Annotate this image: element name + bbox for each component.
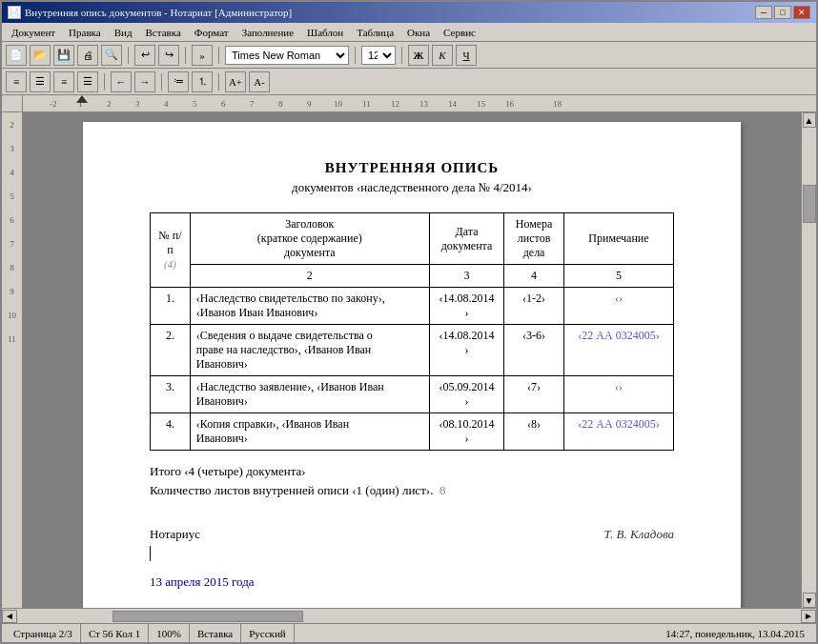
menu-view[interactable]: Вид [109,25,138,39]
row1-title: ‹Наследство свидетельство по закону›,‹Ив… [190,288,429,325]
scroll-thumb[interactable] [803,185,816,223]
align-left-button[interactable]: ≡ [6,71,27,92]
document-area[interactable]: ВНУТРЕННЯЯ ОПИСЬ документов ‹наследствен… [23,112,801,608]
row4-date: ‹08.10.2014› [429,413,503,451]
save-button[interactable]: 💾 [53,45,74,66]
row1-num: 1. [151,288,191,325]
svg-text:5: 5 [193,99,197,109]
col-header-date: Датадокумента [429,213,503,265]
col-num-3: 3 [429,265,503,288]
left-ruler-mark: 11 [8,334,16,344]
row2-num: 2. [151,325,191,376]
font-size-dec-button[interactable]: A- [249,71,270,92]
row4-title: ‹Копия справки›, ‹Иванов ИванИванович› [190,413,429,451]
document-table: № п/п(4) Заголовок(краткое содержание)до… [150,212,674,451]
maximize-button[interactable]: □ [774,6,791,19]
separator3 [218,47,219,64]
bold-button[interactable]: Ж [408,45,429,66]
numlist-button[interactable]: ⒈ [192,71,213,92]
svg-text:2: 2 [107,99,112,109]
menu-fill[interactable]: Заполнение [236,25,299,39]
menu-edit[interactable]: Правка [63,25,107,39]
more-button[interactable]: » [192,45,213,66]
table-row: 2. ‹Сведения о выдаче свидетельства опра… [151,325,674,376]
menu-insert[interactable]: Вставка [140,25,187,39]
menu-service[interactable]: Сервис [438,25,481,39]
titlebar-buttons: ─ □ ✕ [755,6,810,19]
font-selector[interactable]: Times New Roman [225,46,349,65]
menu-document[interactable]: Документ [6,25,61,39]
vertical-scrollbar[interactable]: ▲ ▼ [801,112,816,608]
col-num-4: 4 [504,265,564,288]
toolbar-main: 📄 📂 💾 🖨 🔍 ↩ ↪ » Times New Roman 12 Ж К Ч [2,42,816,69]
hscroll-track [17,610,801,622]
align-right-button[interactable]: ≡ [53,71,74,92]
col-num-5: 5 [563,265,673,288]
table-header-row2: 2 3 4 5 [151,265,674,288]
preview-button[interactable]: 🔍 [101,45,122,66]
row3-note: ‹› [563,376,673,413]
svg-text:7: 7 [250,99,255,109]
status-time: 14:27, понедельник, 13.04.2015 [658,624,812,642]
separator4 [355,47,356,64]
signature-area: Нотариус Т. В. Кладова [150,527,674,561]
undo-button[interactable]: ↩ [134,45,155,66]
menu-format[interactable]: Формат [189,25,235,39]
scroll-right-button[interactable]: ► [801,610,816,623]
font-size-selector[interactable]: 12 [361,46,396,65]
svg-text:3: 3 [135,99,140,109]
hscroll-thumb[interactable] [112,611,303,622]
row1-date: ‹14.08.2014› [429,288,503,325]
new-button[interactable]: 📄 [6,45,27,66]
scroll-left-button[interactable]: ◄ [2,610,17,623]
close-button[interactable]: ✕ [793,6,810,19]
col-header-title: Заголовок(краткое содержание)документа [190,213,429,265]
row2-note: ‹22 АА 0324005› [563,325,673,376]
content-area: 2 3 4 5 6 7 8 9 10 11 ВНУТРЕННЯЯ ОПИСЬ д… [2,112,816,608]
status-zoom: 100% [149,624,190,642]
left-ruler-mark: 10 [8,311,16,320]
titlebar: 📄 Внутренняя опись документов - Нотариат… [2,2,816,23]
svg-text:18: 18 [553,99,562,109]
italic-button[interactable]: К [432,45,453,66]
menu-template[interactable]: Шаблон [301,25,349,39]
scroll-up-button[interactable]: ▲ [803,112,816,128]
indent-dec-button[interactable]: ← [111,71,132,92]
indent-inc-button[interactable]: → [134,71,155,92]
align-justify-button[interactable]: ☰ [77,71,98,92]
minimize-button[interactable]: ─ [755,6,772,19]
font-size-inc-button[interactable]: A+ [225,71,246,92]
footer-pages-text: Количество листов внутренней описи ‹1 (о… [150,483,433,497]
separator1 [128,47,129,64]
underline-button[interactable]: Ч [456,45,477,66]
menu-windows[interactable]: Окна [401,25,436,39]
row4-num: 4. [151,413,191,451]
row1-note: ‹› [563,288,673,325]
notary-label: Нотариус [150,527,200,561]
menu-table[interactable]: Таблица [351,25,399,39]
left-ruler-mark: 3 [10,144,14,153]
left-ruler: 2 3 4 5 6 7 8 9 10 11 [2,112,23,608]
redo-button[interactable]: ↪ [158,45,179,66]
left-ruler-mark: 5 [10,191,14,201]
col-header-num: № п/п(4) [151,213,191,288]
app-icon: 📄 [8,6,21,19]
svg-text:11: 11 [362,99,371,109]
print-button[interactable]: 🖨 [77,45,98,66]
footer-pages-num: 8 [440,483,446,497]
open-button[interactable]: 📂 [30,45,51,66]
list-button[interactable]: ≔ [168,71,189,92]
svg-text:8: 8 [278,99,283,109]
align-center-button[interactable]: ☰ [30,71,51,92]
svg-text:16: 16 [505,99,515,109]
row1-pages: ‹1-2› [504,288,564,325]
table-row: 1. ‹Наследство свидетельство по закону›,… [151,288,674,325]
scroll-down-button[interactable]: ▼ [803,593,816,608]
row4-pages: ‹8› [504,413,564,451]
svg-text:10: 10 [334,99,343,109]
col-header-pages: Номералистовдела [504,213,564,265]
sep-fmt3 [218,73,219,91]
scroll-track [803,128,816,593]
main-window: 📄 Внутренняя опись документов - Нотариат… [0,0,818,644]
horizontal-scrollbar[interactable]: ◄ ► [2,608,816,623]
